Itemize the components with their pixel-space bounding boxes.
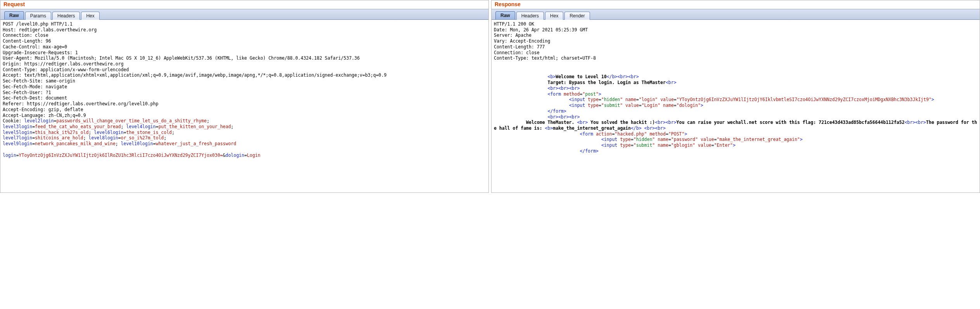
response-content[interactable]: HTTP/1.1 200 OK Date: Mon, 26 Apr 2021 0… <box>492 20 980 192</box>
request-content[interactable]: POST /level10.php HTTP/1.1 Host: redtige… <box>0 20 488 192</box>
tab-raw[interactable]: Raw <box>4 11 24 19</box>
tab-hex[interactable]: Hex <box>545 12 563 20</box>
response-headers[interactable]: HTTP/1.1 200 OK Date: Mon, 26 Apr 2021 0… <box>492 20 980 61</box>
tab-render[interactable]: Render <box>564 12 590 20</box>
tab-hex[interactable]: Hex <box>81 12 99 20</box>
response-panel: Response RawHeadersHexRender HTTP/1.1 20… <box>491 0 980 193</box>
tab-headers[interactable]: Headers <box>52 12 80 20</box>
response-body[interactable]: <b>Welcome to Level 10</b><br><br> Targe… <box>492 61 980 156</box>
request-panel: Request RawParamsHeadersHex POST /level1… <box>0 0 489 193</box>
request-tabbar: RawParamsHeadersHex <box>0 9 488 20</box>
request-title: Request <box>0 0 488 9</box>
response-tabbar: RawHeadersHexRender <box>492 9 980 20</box>
tab-raw[interactable]: Raw <box>495 11 515 19</box>
request-raw[interactable]: POST /level10.php HTTP/1.1 Host: redtige… <box>0 20 488 160</box>
tab-params[interactable]: Params <box>25 12 51 20</box>
tab-headers[interactable]: Headers <box>516 12 544 20</box>
response-title: Response <box>492 0 980 9</box>
